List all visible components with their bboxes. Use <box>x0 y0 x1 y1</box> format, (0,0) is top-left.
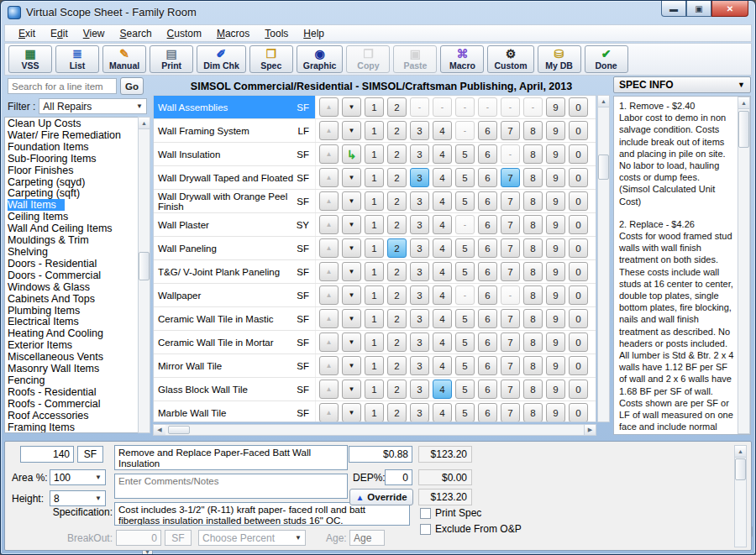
scope-number-button[interactable]: 7 <box>501 191 520 211</box>
scope-number-button[interactable]: 6 <box>478 144 497 164</box>
scope-number-button[interactable]: 1 <box>365 215 384 234</box>
menu-search[interactable]: Search <box>113 26 159 41</box>
row-up-icon[interactable]: ▲ <box>319 403 339 422</box>
specification-text[interactable]: Cost includes 3-1/2" (R-11) kraft paper-… <box>114 502 410 526</box>
scope-number-button[interactable]: 1 <box>365 380 384 399</box>
scope-number-button[interactable]: 2 <box>387 121 407 140</box>
row-up-icon[interactable]: ▲ <box>319 121 339 140</box>
scope-number-button[interactable]: 2 <box>387 168 407 187</box>
scope-number-button[interactable]: 5 <box>455 356 475 375</box>
category-item[interactable]: Cabinets And Tops <box>8 294 150 306</box>
scope-number-button[interactable]: 3 <box>410 215 429 234</box>
scope-number-button[interactable]: 4 <box>433 191 452 211</box>
scope-number-button[interactable]: 1 <box>365 121 384 140</box>
scope-number-button[interactable]: 0 <box>569 144 588 164</box>
scope-number-button[interactable]: 3 <box>410 285 429 305</box>
line-item-name-cell[interactable]: Wall Framing SystemLF <box>154 119 316 142</box>
category-item[interactable]: Clean Up Costs <box>8 118 150 130</box>
scope-number-button[interactable]: 9 <box>546 191 565 211</box>
scope-number-button[interactable]: 9 <box>546 144 565 164</box>
scope-number-button[interactable]: 1 <box>365 309 384 328</box>
scope-number-button[interactable]: 5 <box>455 262 475 281</box>
scope-number-button[interactable]: 4 <box>433 403 452 422</box>
scope-number-button[interactable]: 3 <box>410 238 429 258</box>
scope-number-button[interactable]: 6 <box>478 309 497 328</box>
scope-number-button[interactable]: 4 <box>433 121 452 140</box>
category-item[interactable]: Doors - Residential <box>8 259 150 270</box>
row-up-icon[interactable]: ▲ <box>319 215 339 234</box>
scope-number-button[interactable]: 8 <box>523 403 543 422</box>
scope-number-button[interactable]: 6 <box>478 403 497 422</box>
scroll-up-icon[interactable]: ▲ <box>139 118 150 129</box>
scope-number-button[interactable]: 8 <box>523 191 543 211</box>
scope-number-button[interactable]: 9 <box>546 262 565 281</box>
scope-number-button[interactable]: 1 <box>365 238 384 258</box>
scope-number-button[interactable]: 0 <box>569 121 588 140</box>
scope-number-button[interactable]: 9 <box>546 403 565 422</box>
scope-number-button[interactable]: 2 <box>387 332 407 352</box>
category-item[interactable]: Windows & Glass <box>8 282 150 294</box>
menu-edit[interactable]: Edit <box>44 26 75 41</box>
scope-number-button[interactable]: 6 <box>478 121 497 140</box>
scope-number-button[interactable]: 0 <box>569 403 588 422</box>
row-up-icon[interactable]: ▲ <box>319 97 339 117</box>
graphic-button[interactable]: ◉Graphic <box>297 45 344 73</box>
scope-number-button[interactable]: 7 <box>501 238 520 258</box>
row-up-icon[interactable]: ▲ <box>319 285 339 305</box>
description-input[interactable]: Remove and Replace Paper-Faced Batt Wall… <box>114 445 348 470</box>
category-item[interactable]: Doors - Commercial <box>8 270 150 282</box>
scope-number-button[interactable]: 0 <box>569 309 588 328</box>
scope-number-button[interactable]: 4 <box>433 144 452 164</box>
line-item-name-cell[interactable]: Wall InsulationSF <box>154 143 316 165</box>
line-item-name-cell[interactable]: Glass Block Wall TileSF <box>154 378 316 401</box>
category-item[interactable]: Masonry Wall Items <box>8 364 150 375</box>
scope-number-button[interactable]: 3 <box>410 309 429 328</box>
category-item[interactable]: Electrical Items <box>8 317 150 328</box>
category-item[interactable]: Foundation Items <box>8 142 150 154</box>
category-item[interactable]: Carpeting (sqft) <box>8 188 150 200</box>
age-input[interactable] <box>349 530 385 546</box>
scope-number-button[interactable]: 7 <box>501 380 520 399</box>
scope-number-button[interactable]: 5 <box>455 309 475 328</box>
scope-number-button[interactable]: 8 <box>523 238 543 258</box>
scope-number-button[interactable]: 1 <box>365 356 384 375</box>
scope-number-button[interactable]: 8 <box>523 121 543 140</box>
scroll-left-icon[interactable]: ◀ <box>154 425 165 435</box>
scope-number-button[interactable]: 5 <box>455 332 475 352</box>
category-item[interactable]: Roofs - Commercial <box>8 399 150 411</box>
override-button[interactable]: ▲ Override <box>349 489 413 505</box>
category-item[interactable]: Wall And Ceiling Items <box>8 223 150 235</box>
scope-number-button[interactable]: 6 <box>478 168 497 187</box>
line-item-name-cell[interactable]: Wall Drywall with Orange Peel FinishSF <box>154 190 316 212</box>
line-item-name-cell[interactable]: Wall AssembliesSF <box>154 96 316 118</box>
scope-number-button[interactable]: 4 <box>433 215 452 234</box>
scope-number-button[interactable]: 9 <box>546 285 565 305</box>
scope-number-button[interactable]: 2 <box>387 356 407 375</box>
scope-number-button[interactable]: 1 <box>365 285 384 305</box>
category-scrollbar[interactable]: ▲ ▼ <box>138 117 150 433</box>
scope-number-button[interactable]: 3 <box>410 332 429 352</box>
scope-number-button[interactable]: 7 <box>501 215 520 234</box>
category-item[interactable]: Heating And Cooling <box>8 328 150 340</box>
scope-number-button[interactable]: 1 <box>365 332 384 352</box>
line-item-name-cell[interactable]: Wall PanelingSF <box>154 237 316 259</box>
scope-number-button[interactable]: 4 <box>433 262 452 281</box>
macro-button[interactable]: ⌘Macro <box>440 45 484 73</box>
scope-number-button[interactable]: 6 <box>478 215 497 234</box>
my-db-button[interactable]: ⛁My DB <box>538 45 581 73</box>
row-down-icon[interactable]: ▼ <box>342 285 361 305</box>
category-item[interactable]: Ceiling Items <box>8 212 150 223</box>
breakout-percent-select[interactable]: Choose Percent▼ <box>198 530 306 546</box>
menu-macros[interactable]: Macros <box>210 26 256 41</box>
line-item-name-cell[interactable]: Wall Drywall Taped and FloatedSF <box>154 166 316 189</box>
scope-number-button[interactable]: 2 <box>387 191 407 211</box>
list-button[interactable]: ≣List <box>55 45 99 73</box>
scope-number-button[interactable]: 9 <box>546 215 565 234</box>
scope-number-button[interactable]: 3 <box>410 380 429 399</box>
menu-tools[interactable]: Tools <box>258 26 295 41</box>
scroll-right-icon[interactable]: ▶ <box>584 425 596 435</box>
row-down-icon[interactable]: ▼ <box>342 262 361 281</box>
scope-number-button[interactable]: 8 <box>523 285 543 305</box>
height-select[interactable]: 8▼ <box>50 490 106 506</box>
row-down-icon[interactable]: ▼ <box>342 97 361 117</box>
